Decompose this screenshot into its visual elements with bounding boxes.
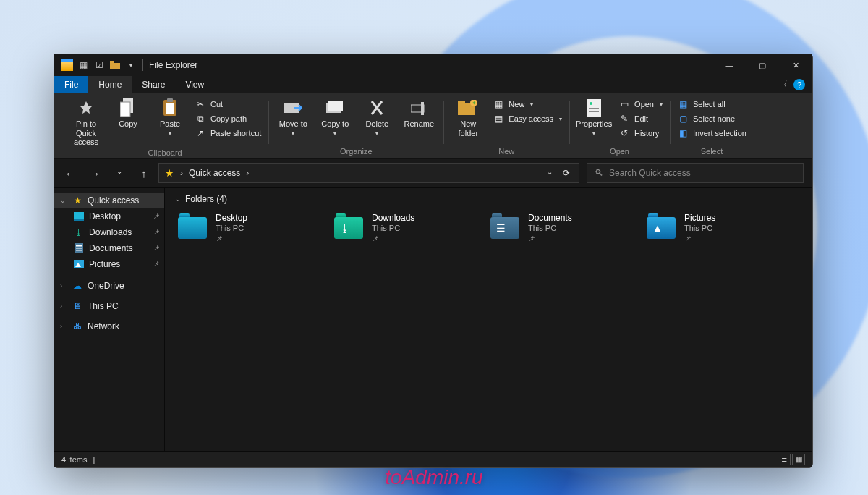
- breadcrumb[interactable]: ★ › Quick access › ⌄ ⟳: [158, 163, 579, 183]
- new-folder-icon: ✦: [458, 98, 478, 118]
- invert-selection-icon: ◧: [677, 127, 689, 139]
- address-bar-row: ← → ⌄ ↑ ★ › Quick access › ⌄ ⟳ 🔍︎ Search…: [54, 159, 812, 188]
- qat-checkbox-icon[interactable]: ☑: [93, 59, 105, 71]
- history-button[interactable]: ↺History: [617, 127, 664, 140]
- picture-icon: ▲: [652, 222, 663, 234]
- sidebar-item-onedrive[interactable]: › ☁ OneDrive: [54, 278, 164, 294]
- sidebar-item-downloads[interactable]: ⭳ Downloads 📌︎: [67, 224, 164, 240]
- folder-item-downloads[interactable]: ⭳ Downloads This PC 📌︎: [331, 210, 476, 245]
- move-to-button[interactable]: Move to ▾: [274, 98, 312, 137]
- close-button[interactable]: ✕: [779, 54, 812, 76]
- delete-button[interactable]: Delete ▾: [358, 98, 396, 137]
- chevron-down-icon[interactable]: ⌄: [175, 195, 181, 203]
- folder-item-documents[interactable]: ☰ Documents This PC 📌︎: [488, 210, 632, 245]
- sidebar-item-desktop[interactable]: Desktop 📌︎: [67, 208, 164, 224]
- view-large-icons-button[interactable]: ▦: [792, 454, 805, 465]
- chevron-right-icon[interactable]: ›: [60, 323, 67, 330]
- search-box[interactable]: 🔍︎ Search Quick access: [587, 163, 804, 183]
- sidebar-item-quick-access[interactable]: ⌄ ★ Quick access: [54, 192, 164, 208]
- ribbon-tabs: File Home Share View 〈 ?: [54, 76, 812, 93]
- rename-button[interactable]: Rename: [400, 98, 438, 129]
- new-item-dropdown-icon[interactable]: ▾: [530, 101, 533, 108]
- maximize-button[interactable]: ▢: [746, 54, 779, 76]
- sidebar-documents-label: Documents: [89, 243, 133, 253]
- tab-share[interactable]: Share: [132, 76, 175, 93]
- sidebar-item-documents[interactable]: Documents 📌︎: [67, 240, 164, 256]
- breadcrumb-history-dropdown[interactable]: ⌄: [547, 168, 553, 178]
- new-item-button[interactable]: ▦New▾: [491, 98, 563, 111]
- qat-newfolder-icon[interactable]: [109, 59, 121, 71]
- nav-recent-dropdown[interactable]: ⌄: [112, 167, 127, 179]
- section-header-folders[interactable]: ⌄ Folders (4): [175, 194, 802, 204]
- open-button[interactable]: ▭Open▾: [617, 98, 664, 111]
- view-details-button[interactable]: ≣: [778, 454, 791, 465]
- breadcrumb-chevron-icon: ›: [180, 168, 183, 178]
- easy-access-dropdown-icon[interactable]: ▾: [559, 116, 562, 122]
- quick-access-star-icon: ★: [165, 167, 174, 179]
- paste-label: Paste: [160, 119, 180, 129]
- properties-button[interactable]: Properties ▾: [575, 98, 613, 137]
- sidebar-item-network[interactable]: › 🖧 Network: [54, 318, 164, 334]
- minimize-button[interactable]: —: [712, 54, 746, 76]
- chevron-right-icon[interactable]: ›: [60, 282, 67, 289]
- pin-icon: 📌︎: [153, 228, 160, 236]
- nav-forward-button[interactable]: →: [88, 167, 102, 179]
- nav-up-button[interactable]: ↑: [137, 167, 151, 179]
- paste-button[interactable]: Paste ▾: [151, 98, 189, 137]
- easy-access-button[interactable]: ▤Easy access▾: [491, 112, 563, 125]
- nav-back-button[interactable]: ←: [63, 167, 77, 179]
- breadcrumb-location[interactable]: Quick access: [189, 168, 240, 178]
- refresh-button[interactable]: ⟳: [563, 168, 570, 178]
- copy-to-button[interactable]: Copy to ▾: [316, 98, 354, 137]
- history-icon: ↺: [618, 127, 630, 139]
- breadcrumb-chevron-icon[interactable]: ›: [246, 168, 249, 178]
- desktop-icon: [73, 211, 85, 222]
- paste-dropdown-icon[interactable]: ▾: [169, 130, 171, 137]
- qat-properties-icon[interactable]: ▦: [77, 59, 89, 71]
- svg-rect-24: [76, 248, 82, 249]
- properties-dropdown-icon[interactable]: ▾: [592, 130, 595, 137]
- invert-selection-button[interactable]: ◧Invert selection: [676, 127, 748, 140]
- new-item-icon: ▦: [493, 98, 504, 110]
- cut-label: Cut: [210, 100, 223, 109]
- copy-button[interactable]: Copy: [109, 98, 147, 129]
- open-dropdown-icon[interactable]: ▾: [660, 101, 663, 108]
- status-item-count: 4 items: [61, 455, 87, 464]
- folder-downloads-name: Downloads: [372, 213, 414, 223]
- copy-path-button[interactable]: ⧉Copy path: [193, 112, 263, 125]
- copy-icon: [118, 98, 138, 118]
- sidebar-item-this-pc[interactable]: › 🖥 This PC: [54, 298, 164, 314]
- status-divider: |: [93, 455, 95, 464]
- quick-access-toolbar: ▦ ☑ ▾: [77, 59, 137, 71]
- svg-rect-19: [589, 111, 599, 112]
- cut-button[interactable]: ✂Cut: [193, 98, 263, 111]
- edit-button[interactable]: ✎Edit: [617, 112, 664, 125]
- select-all-button[interactable]: ▦Select all: [676, 98, 748, 111]
- tab-file[interactable]: File: [54, 76, 88, 93]
- qat-dropdown-icon[interactable]: ▾: [125, 59, 137, 71]
- paste-shortcut-button[interactable]: ↗Paste shortcut: [193, 127, 263, 140]
- select-none-button[interactable]: ▢Select none: [676, 112, 748, 125]
- move-to-dropdown-icon[interactable]: ▾: [292, 130, 294, 137]
- tab-view[interactable]: View: [175, 76, 214, 93]
- pictures-icon: [73, 258, 85, 270]
- delete-dropdown-icon[interactable]: ▾: [375, 130, 378, 137]
- sidebar-pictures-label: Pictures: [89, 259, 120, 269]
- pin-icon: 📌︎: [153, 212, 160, 220]
- title-bar[interactable]: ▦ ☑ ▾ File Explorer — ▢ ✕: [54, 54, 812, 76]
- pin-to-quick-access-button[interactable]: Pin to Quick access: [67, 98, 105, 147]
- new-folder-button[interactable]: ✦ New folder: [449, 98, 487, 138]
- help-icon[interactable]: ?: [793, 79, 805, 90]
- svg-rect-20: [74, 212, 84, 219]
- tab-home[interactable]: Home: [88, 76, 132, 93]
- copy-to-dropdown-icon[interactable]: ▾: [333, 130, 336, 137]
- group-clipboard-label: Clipboard: [148, 148, 182, 157]
- chevron-right-icon[interactable]: ›: [60, 302, 67, 310]
- content-pane[interactable]: ⌄ Folders (4) Desktop This PC 📌︎ ⭳ Downl…: [164, 188, 812, 451]
- sidebar-item-pictures[interactable]: Pictures 📌︎: [67, 256, 164, 272]
- folder-item-pictures[interactable]: ▲ Pictures This PC 📌︎: [644, 210, 788, 245]
- folder-item-desktop[interactable]: Desktop This PC 📌︎: [175, 210, 320, 245]
- collapse-ribbon-icon[interactable]: 〈: [779, 79, 788, 91]
- edit-icon: ✎: [618, 113, 630, 124]
- chevron-down-icon[interactable]: ⌄: [60, 197, 67, 204]
